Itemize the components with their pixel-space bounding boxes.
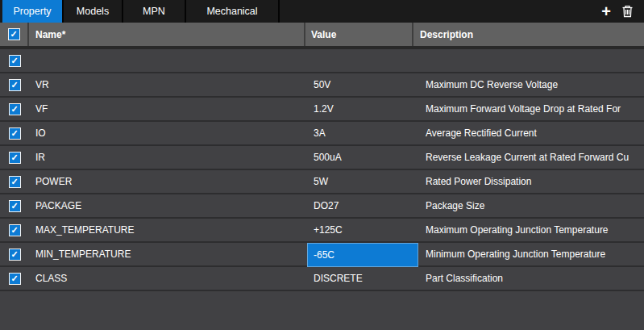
description-cell[interactable]: Package Size (418, 194, 644, 217)
description-cell[interactable]: Average Rectified Current (418, 122, 644, 144)
property-panel: PropertyModelsMPNMechanical + ✓ (0, 0, 644, 330)
column-header-description: Description (413, 23, 644, 46)
value-cell[interactable]: DISCRETE (307, 267, 418, 290)
row-checkbox-cell: ✓ (0, 146, 29, 169)
name-cell[interactable]: MAX_TEMPERATURE (29, 219, 307, 241)
tab-mpn[interactable]: MPN (123, 0, 185, 23)
row-checkbox-cell: ✓ (0, 98, 29, 120)
name-cell[interactable]: IR (29, 146, 307, 169)
tabbar-spacer (280, 0, 596, 23)
row-checkbox[interactable]: ✓ (9, 176, 21, 188)
row-checkbox-cell: ✓ (0, 219, 29, 241)
description-cell[interactable]: Maximum DC Reverse Voltage (418, 73, 644, 96)
name-cell[interactable] (29, 49, 307, 72)
value-cell[interactable]: DO27 (307, 194, 418, 217)
column-header-value: Value (305, 23, 413, 46)
check-icon: ✓ (10, 81, 18, 90)
description-cell[interactable]: Part Classification (418, 267, 644, 290)
row-checkbox[interactable]: ✓ (9, 103, 21, 115)
tab-models[interactable]: Models (64, 0, 122, 23)
check-icon: ✓ (10, 226, 18, 235)
check-icon: ✓ (10, 129, 18, 138)
name-cell[interactable]: POWER (29, 170, 307, 193)
check-icon: ✓ (10, 250, 18, 259)
row-checkbox[interactable]: ✓ (9, 200, 21, 212)
table-row[interactable]: ✓ IO 3A Average Rectified Current (0, 122, 644, 146)
description-cell[interactable]: Rated Power Dissipation (418, 170, 644, 193)
name-cell[interactable]: IO (29, 122, 307, 144)
check-icon: ✓ (10, 178, 18, 186)
table-row[interactable]: ✓ POWER 5W Rated Power Dissipation (0, 170, 644, 194)
check-icon: ✓ (10, 30, 17, 39)
description-cell[interactable]: Maximum Operating Junction Temperature (418, 219, 644, 241)
table-row[interactable]: ✓ CLASS DISCRETE Part Classification (0, 267, 644, 291)
name-cell[interactable]: VR (29, 73, 307, 96)
tab-mechanical[interactable]: Mechanical (186, 0, 278, 23)
empty-area (0, 291, 644, 330)
table-row[interactable]: ✓ (0, 49, 644, 73)
check-icon: ✓ (10, 105, 18, 114)
description-cell[interactable]: Minimum Operating Junction Temperature (418, 243, 644, 265)
table-header: ✓ Name* Value Description (0, 23, 644, 46)
name-cell[interactable]: VF (29, 98, 307, 120)
description-cell[interactable]: Reverse Leakage Current at Rated Forward… (418, 146, 644, 169)
check-icon: ✓ (10, 274, 18, 283)
name-cell[interactable]: CLASS (29, 267, 307, 290)
value-cell[interactable]: 1.2V (307, 98, 418, 120)
trash-icon (621, 5, 634, 18)
check-icon: ✓ (10, 56, 18, 65)
table-row[interactable]: ✓ PACKAGE DO27 Package Size (0, 194, 644, 219)
value-cell[interactable]: 5W (307, 170, 418, 193)
name-cell[interactable]: PACKAGE (29, 194, 307, 217)
row-checkbox[interactable]: ✓ (9, 249, 21, 261)
select-all-checkbox[interactable]: ✓ (8, 28, 20, 40)
value-cell[interactable]: +125C (307, 219, 418, 241)
description-cell[interactable] (418, 49, 644, 72)
row-checkbox-cell: ✓ (0, 73, 29, 96)
row-checkbox-cell: ✓ (0, 194, 29, 217)
tab-property[interactable]: Property (2, 0, 62, 23)
row-checkbox-cell: ✓ (0, 49, 29, 72)
row-checkbox-cell: ✓ (0, 170, 29, 193)
plus-icon: + (601, 1, 611, 22)
table-row[interactable]: ✓ VF 1.2V Maximum Forward Voltage Drop a… (0, 98, 644, 122)
table-row[interactable]: ✓ IR 500uA Reverse Leakage Current at Ra… (0, 146, 644, 170)
row-checkbox-cell: ✓ (0, 267, 29, 290)
table-row[interactable]: ✓ MAX_TEMPERATURE +125C Maximum Operatin… (0, 219, 644, 243)
check-icon: ✓ (10, 153, 18, 162)
description-cell[interactable]: Maximum Forward Voltage Drop at Rated Fo… (418, 98, 644, 120)
row-checkbox[interactable]: ✓ (9, 273, 21, 285)
row-checkbox[interactable]: ✓ (9, 79, 21, 91)
row-checkbox-cell: ✓ (0, 243, 29, 265)
name-cell[interactable]: MIN_TEMPERATURE (29, 243, 307, 265)
tabbar-right-pad (638, 0, 644, 23)
select-all-cell: ✓ (0, 23, 29, 46)
value-cell[interactable] (307, 49, 418, 72)
value-cell[interactable]: 500uA (307, 146, 418, 169)
tab-bar: PropertyModelsMPNMechanical + (0, 0, 644, 23)
property-rows: ✓ ✓ VR 50V Maximum DC Reverse Voltage ✓ … (0, 49, 644, 291)
table-row[interactable]: ✓ VR 50V Maximum DC Reverse Voltage (0, 73, 644, 98)
row-checkbox[interactable]: ✓ (9, 127, 21, 140)
row-checkbox[interactable]: ✓ (9, 152, 21, 164)
check-icon: ✓ (10, 202, 18, 211)
value-cell[interactable]: 50V (307, 73, 418, 96)
column-header-name: Name* (29, 23, 305, 46)
row-checkbox[interactable]: ✓ (9, 224, 21, 236)
delete-property-button[interactable] (617, 0, 638, 23)
row-checkbox[interactable]: ✓ (9, 55, 21, 67)
add-property-button[interactable]: + (596, 0, 617, 23)
table-row[interactable]: ✓ MIN_TEMPERATURE -65C Minimum Operating… (0, 243, 644, 267)
value-cell[interactable]: -65C (307, 243, 418, 265)
value-cell[interactable]: 3A (307, 122, 418, 144)
row-checkbox-cell: ✓ (0, 122, 29, 144)
